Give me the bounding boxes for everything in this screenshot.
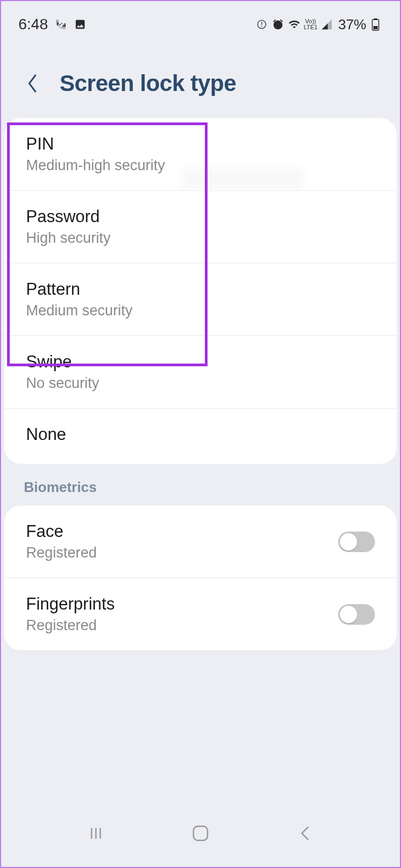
option-swipe[interactable]: Swipe No security — [4, 336, 397, 409]
option-fingerprints-subtitle: Registered — [26, 617, 338, 634]
option-face-title: Face — [26, 522, 338, 541]
option-none-title: None — [26, 425, 375, 444]
battery-icon — [368, 17, 383, 31]
option-password-subtitle: High security — [26, 230, 375, 247]
gallery-icon — [73, 17, 87, 31]
wifi-icon — [287, 17, 301, 31]
svg-rect-2 — [373, 26, 378, 29]
option-pattern[interactable]: Pattern Medium security — [4, 263, 397, 336]
volte-icon: Vo)) LTE1 — [303, 18, 317, 30]
option-face-subtitle: Registered — [26, 545, 338, 561]
option-swipe-title: Swipe — [26, 352, 375, 372]
status-bar: 6:48 Vo)) LTE1 37% — [0, 0, 401, 38]
status-bar-left: 6:48 — [18, 16, 87, 33]
fingerprints-toggle[interactable] — [338, 604, 375, 625]
status-time: 6:48 — [18, 16, 48, 33]
face-toggle[interactable] — [338, 532, 375, 552]
back-nav-button[interactable] — [294, 822, 316, 844]
home-button[interactable] — [190, 822, 211, 844]
sync-icon — [255, 17, 269, 31]
page-header: Screen lock type — [0, 38, 401, 118]
option-password[interactable]: Password High security — [4, 191, 397, 263]
battery-percentage: 37% — [338, 16, 366, 33]
signal-icon — [320, 17, 334, 31]
biometrics-label: Biometrics — [0, 464, 401, 506]
back-button[interactable] — [22, 73, 43, 94]
redacted-area — [182, 168, 303, 190]
page-title: Screen lock type — [60, 70, 236, 96]
missed-call-icon — [54, 17, 68, 31]
option-pin-title: PIN — [26, 134, 375, 154]
biometrics-card: Face Registered Fingerprints Registered — [4, 506, 397, 650]
option-fingerprints[interactable]: Fingerprints Registered — [4, 578, 397, 650]
option-password-title: Password — [26, 207, 375, 226]
svg-rect-1 — [374, 18, 377, 20]
status-bar-right: Vo)) LTE1 37% — [255, 16, 383, 33]
alarm-icon — [271, 17, 285, 31]
option-pattern-subtitle: Medium security — [26, 302, 375, 319]
option-swipe-subtitle: No security — [26, 375, 375, 392]
option-fingerprints-title: Fingerprints — [26, 594, 338, 614]
recents-button[interactable] — [85, 822, 107, 844]
option-face[interactable]: Face Registered — [4, 506, 397, 578]
option-none[interactable]: None — [4, 409, 397, 464]
navigation-bar — [0, 812, 401, 855]
svg-rect-6 — [193, 826, 208, 840]
option-pattern-title: Pattern — [26, 280, 375, 299]
